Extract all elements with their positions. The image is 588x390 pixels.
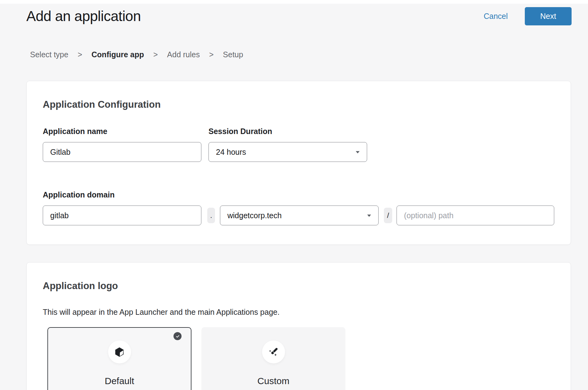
paintbrush-icon [268,346,279,358]
application-name-input[interactable] [43,142,201,162]
logo-options: Default Custom [47,327,555,390]
session-duration-select[interactable]: 24 hours [208,142,367,162]
logo-option-custom[interactable]: Custom [201,327,345,390]
breadcrumb-separator: > [209,50,214,59]
breadcrumb-item-configure-app[interactable]: Configure app [91,50,144,59]
session-duration-label: Session Duration [208,127,367,136]
default-logo-circle [108,340,131,363]
dot-separator: . [207,208,215,223]
logo-option-label: Custom [257,376,289,386]
application-configuration-title: Application Configuration [43,99,555,110]
header-actions: Cancel Next [482,7,572,25]
cube-icon [114,347,125,358]
application-name-field: Application name [43,127,201,162]
check-icon [175,334,180,339]
custom-logo-circle [262,340,285,363]
breadcrumb-item-add-rules[interactable]: Add rules [167,50,200,59]
path-input[interactable] [397,206,554,225]
application-configuration-card: Application Configuration Application na… [26,81,571,245]
breadcrumb-item-setup[interactable]: Setup [223,50,243,59]
chevron-down-icon [355,149,361,155]
page-title: Add an application [26,8,141,24]
selected-check-badge [173,332,182,340]
top-strip [0,0,588,4]
breadcrumb-item-select-type[interactable]: Select type [30,50,68,59]
subdomain-input[interactable] [43,206,201,225]
next-button[interactable]: Next [525,7,572,25]
slash-separator: / [384,208,392,223]
breadcrumb-separator: > [78,50,82,59]
name-session-row: Application name Session Duration 24 hou… [43,127,555,162]
application-logo-card: Application logo This will appear in the… [26,262,571,390]
application-name-label: Application name [43,127,201,136]
breadcrumb-separator: > [153,50,158,59]
domain-value: widgetcorp.tech [227,211,282,220]
application-logo-title: Application logo [43,280,555,292]
session-duration-value: 24 hours [216,148,246,157]
breadcrumb: Select type > Configure app > Add rules … [0,50,588,59]
page-header: Add an application Cancel Next [0,4,588,27]
domain-select[interactable]: widgetcorp.tech [220,206,379,225]
logo-option-label: Default [105,376,134,386]
application-logo-description: This will appear in the App Launcher and… [43,308,555,317]
application-domain-field: Application domain . widgetcorp.tech / [43,190,555,225]
chevron-down-icon [366,213,372,219]
logo-option-default[interactable]: Default [47,327,191,390]
application-domain-row: . widgetcorp.tech / [43,206,555,225]
cancel-button[interactable]: Cancel [482,11,510,21]
application-domain-label: Application domain [43,190,555,199]
session-duration-field: Session Duration 24 hours [208,127,367,162]
